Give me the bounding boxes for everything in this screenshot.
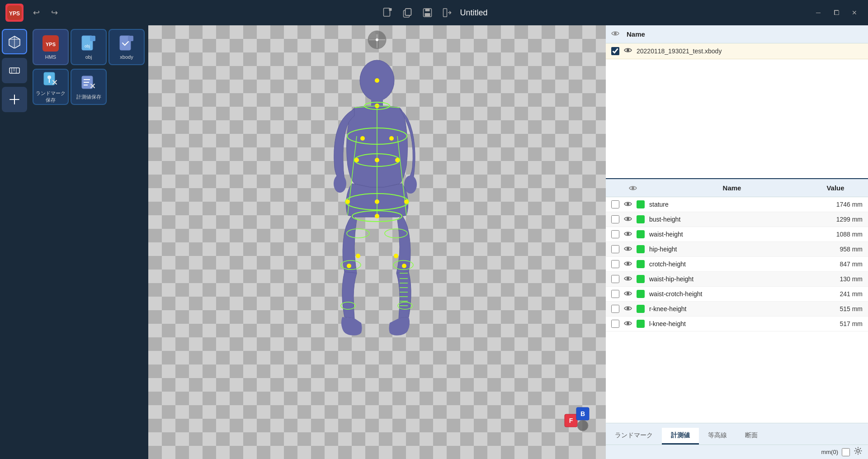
tab-landmark[interactable]: ランドマーク — [606, 428, 662, 445]
measurement-row: waist-crotch-height 241 mm — [606, 287, 868, 302]
file-icon[interactable] — [380, 5, 395, 20]
meas-row-checkbox[interactable] — [611, 215, 619, 223]
status-bar: mm(0) — [606, 445, 868, 459]
arrows-tool-button[interactable] — [2, 87, 27, 112]
vertical-tools — [0, 25, 29, 116]
meas-visibility-icon[interactable] — [624, 275, 632, 283]
layer-item: 20220118_193021_test.xbody — [606, 43, 868, 59]
measurement-row: l-knee-height 517 mm — [606, 317, 868, 331]
meas-row-checkbox[interactable] — [611, 305, 619, 313]
meas-visibility-icon[interactable] — [624, 290, 632, 298]
meas-color-indicator — [637, 200, 645, 208]
ruler-tool-button[interactable] — [2, 58, 27, 83]
meas-item-value: 130 mm — [826, 275, 863, 283]
obj-button[interactable]: obj obj — [71, 29, 107, 65]
close-button[interactable]: ✕ — [846, 5, 863, 20]
svg-rect-24 — [128, 36, 133, 41]
name-column-header: Name — [663, 184, 801, 192]
meas-item-value: 241 mm — [826, 290, 863, 298]
svg-point-95 — [627, 322, 629, 325]
meas-item-value: 1746 mm — [826, 201, 863, 208]
eye-icon — [611, 29, 619, 39]
meas-visibility-icon[interactable] — [624, 201, 632, 208]
copy-icon[interactable] — [400, 5, 415, 20]
svg-point-66 — [394, 254, 398, 258]
measurement-row: waist-height 1088 mm — [606, 227, 868, 242]
meas-item-name: waist-crotch-height — [649, 290, 822, 298]
maximize-button[interactable]: ⧠ — [828, 5, 844, 20]
right-panel: Name 20220118_193021_test.xbody — [606, 25, 868, 459]
meas-item-value: 958 mm — [826, 246, 863, 253]
value-column-header: Value — [808, 184, 863, 192]
meas-visibility-icon[interactable] — [624, 231, 632, 238]
meas-item-name: waist-height — [649, 231, 822, 238]
meas-row-checkbox[interactable] — [611, 260, 619, 268]
svg-point-63 — [404, 199, 409, 204]
left-panel-top: YPS HMS obj — [0, 25, 148, 116]
meas-visibility-icon[interactable] — [624, 216, 632, 223]
meas-item-name: l-knee-height — [649, 320, 822, 327]
svg-point-54 — [375, 78, 379, 83]
meas-visibility-icon[interactable] — [624, 246, 632, 253]
button-grid: YPS HMS obj — [29, 25, 148, 109]
toolbar-icons: ↩ ↪ — [29, 5, 61, 20]
redo-button[interactable]: ↪ — [47, 5, 61, 20]
meas-item-value: 1299 mm — [826, 216, 863, 223]
hms-button[interactable]: YPS HMS — [33, 29, 69, 65]
settings-icon[interactable] — [854, 446, 863, 458]
tab-measure[interactable]: 計測値 — [662, 428, 699, 445]
svg-point-84 — [614, 32, 617, 35]
cube-tool-button[interactable] — [2, 29, 27, 54]
meas-row-checkbox[interactable] — [611, 320, 619, 328]
body-model — [291, 48, 463, 355]
measure-save-button[interactable]: 計測値保存 — [71, 69, 107, 105]
window-title: Untitled — [460, 8, 487, 18]
meas-visibility-icon[interactable] — [624, 305, 632, 313]
layer-name: 20220118_193021_test.xbody — [637, 47, 722, 55]
svg-point-59 — [354, 158, 359, 162]
svg-point-35 — [375, 31, 379, 34]
meas-item-value: 847 mm — [826, 260, 863, 268]
meas-visibility-icon[interactable] — [624, 320, 632, 328]
meas-visibility-icon[interactable] — [624, 260, 632, 268]
nav-cube[interactable]: F B — [564, 403, 593, 434]
svg-rect-10 — [443, 9, 447, 17]
save-icon[interactable] — [420, 5, 434, 20]
measurement-row: hip-height 958 mm — [606, 242, 868, 257]
minimize-button[interactable]: ─ — [810, 5, 826, 20]
layer-checkbox[interactable] — [611, 47, 619, 55]
meas-row-checkbox[interactable] — [611, 275, 619, 283]
svg-rect-2 — [383, 8, 390, 16]
status-checkbox[interactable] — [842, 448, 850, 456]
svg-text:B: B — [580, 410, 585, 417]
window-controls: ─ ⧠ ✕ — [810, 5, 863, 20]
measurements-list: stature 1746 mm bust-height 1299 mm wais… — [606, 197, 868, 423]
svg-point-56 — [360, 136, 365, 141]
title-bar: YPS ↩ ↪ — [0, 0, 868, 25]
measurement-row: waist-hip-height 130 mm — [606, 272, 868, 287]
undo-button[interactable]: ↩ — [29, 5, 43, 20]
meas-color-indicator — [637, 230, 645, 238]
svg-rect-3 — [389, 8, 392, 11]
measurement-row: bust-height 1299 mm — [606, 212, 868, 227]
tab-contour[interactable]: 等高線 — [699, 428, 736, 445]
layers-header: Name — [606, 25, 868, 43]
svg-point-89 — [627, 232, 629, 235]
meas-row-checkbox[interactable] — [611, 200, 619, 208]
landmark-save-button[interactable]: ランドマーク保存 — [33, 69, 69, 105]
meas-row-checkbox[interactable] — [611, 245, 619, 253]
svg-point-92 — [627, 277, 629, 280]
svg-rect-8 — [425, 9, 429, 11]
svg-point-85 — [627, 49, 629, 52]
measurements-header: Name Value — [606, 179, 868, 197]
meas-row-checkbox[interactable] — [611, 230, 619, 238]
svg-point-88 — [627, 218, 629, 220]
tab-section[interactable]: 断面 — [736, 428, 767, 445]
layer-visibility-icon[interactable] — [624, 47, 632, 55]
svg-point-57 — [389, 136, 394, 141]
export-icon[interactable] — [440, 5, 454, 20]
viewport[interactable]: F B — [148, 25, 606, 459]
xbody-button[interactable]: xbody — [108, 29, 145, 65]
meas-row-checkbox[interactable] — [611, 290, 619, 298]
svg-point-62 — [345, 199, 350, 204]
